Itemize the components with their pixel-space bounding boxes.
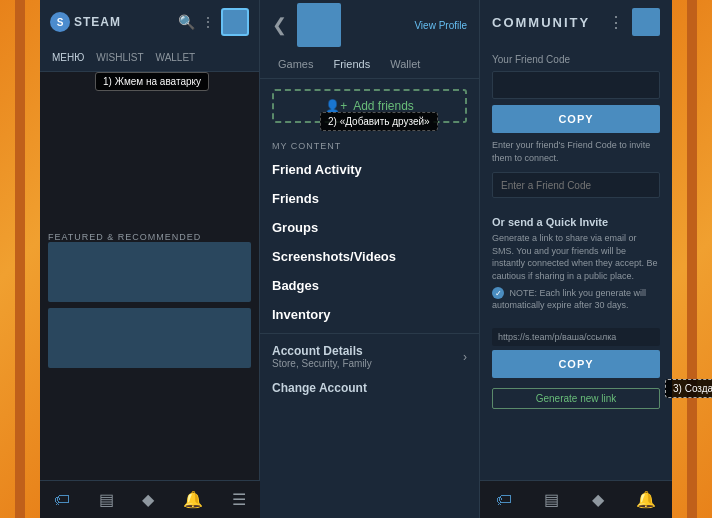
- nav-icon-library[interactable]: ▤: [99, 490, 114, 509]
- steam-logo-icon: S: [50, 12, 70, 32]
- content-item-badges[interactable]: Badges: [260, 271, 479, 300]
- annotation-generate-link: 3) Создаем новую ссылку: [665, 379, 712, 398]
- community-nav-library[interactable]: ▤: [544, 490, 559, 509]
- search-icon[interactable]: 🔍: [178, 14, 195, 30]
- friend-code-section: Your Friend Code COPY Enter your friend'…: [480, 44, 672, 208]
- account-details-label: Account Details: [272, 344, 372, 358]
- content-item-friend-activity[interactable]: Friend Activity: [260, 155, 479, 184]
- left-bottom-nav: 🏷 ▤ ◆ 🔔 ☰: [40, 480, 260, 518]
- nav-tab-menu[interactable]: МЕНЮ: [48, 50, 88, 65]
- gift-ribbon-right: [687, 0, 697, 518]
- checkmark-icon: ✓: [492, 287, 504, 299]
- gift-decoration-left: [0, 0, 40, 518]
- featured-label: FEATURED & RECOMMENDED: [40, 232, 259, 242]
- community-nav-shield[interactable]: ◆: [592, 490, 604, 509]
- friend-code-label: Your Friend Code: [492, 54, 660, 65]
- quick-invite-title: Or send a Quick Invite: [492, 216, 660, 228]
- link-url: https://s.team/p/ваша/ссылка: [492, 328, 660, 346]
- quick-invite-desc: Generate a link to share via email or SM…: [492, 232, 660, 282]
- community-title: COMMUNITY: [492, 15, 590, 30]
- featured-card-2: [48, 308, 251, 368]
- steam-header: S STEAM 🔍 ⋮: [40, 0, 259, 44]
- add-friends-icon: 👤+: [325, 99, 347, 113]
- nav-tab-wishlist[interactable]: WISHLIST: [92, 50, 147, 65]
- content-item-groups[interactable]: Groups: [260, 213, 479, 242]
- my-content-label: MY CONTENT: [260, 133, 479, 155]
- featured-card-1: [48, 242, 251, 302]
- back-button[interactable]: ❮: [272, 14, 287, 36]
- change-account-item[interactable]: Change Account: [260, 375, 479, 401]
- enter-friend-code-input[interactable]: [492, 172, 660, 198]
- tab-games[interactable]: Games: [272, 56, 319, 72]
- annotation-click-avatar: 1) Жмем на аватарку: [95, 72, 209, 91]
- nav-tab-wallet[interactable]: WALLET: [152, 50, 200, 65]
- user-avatar[interactable]: [221, 8, 249, 36]
- content-item-inventory[interactable]: Inventory: [260, 300, 479, 329]
- tab-friends[interactable]: Friends: [327, 56, 376, 72]
- left-panel: S STEAM 🔍 ⋮ МЕНЮ WISHLIST WALLET 1) Жмем…: [40, 0, 260, 518]
- nav-icon-menu[interactable]: ☰: [232, 490, 246, 509]
- steam-logo: S STEAM: [50, 12, 121, 32]
- right-panel: COMMUNITY ⋮ Your Friend Code COPY Enter …: [480, 0, 672, 518]
- community-nav-tag[interactable]: 🏷: [496, 491, 512, 509]
- steam-header-icons: 🔍 ⋮: [178, 8, 249, 36]
- gift-decoration-right: [672, 0, 712, 518]
- invite-description: Enter your friend's Friend Code to invit…: [492, 139, 660, 164]
- popup-header: ❮ View Profile: [260, 0, 479, 50]
- nav-icon-shield[interactable]: ◆: [142, 490, 154, 509]
- divider-1: [260, 333, 479, 334]
- community-nav-bell[interactable]: 🔔: [636, 490, 656, 509]
- nav-tabs: МЕНЮ WISHLIST WALLET: [40, 44, 259, 72]
- content-item-friends[interactable]: Friends: [260, 184, 479, 213]
- community-avatar[interactable]: [632, 8, 660, 36]
- annotation-add-friends: 2) «Добавить друзей»: [320, 112, 438, 131]
- popup-avatar[interactable]: [297, 3, 341, 47]
- friend-code-input[interactable]: [492, 71, 660, 99]
- generate-new-link-button[interactable]: Generate new link: [492, 388, 660, 409]
- featured-cards: [40, 242, 259, 368]
- nav-icon-tag[interactable]: 🏷: [54, 491, 70, 509]
- add-friends-label: Add friends: [353, 99, 414, 113]
- gift-ribbon-left: [15, 0, 25, 518]
- community-more-icon[interactable]: ⋮: [608, 13, 624, 32]
- nav-icon-bell[interactable]: 🔔: [183, 490, 203, 509]
- community-bottom-nav: 🏷 ▤ ◆ 🔔: [480, 480, 672, 518]
- main-container: steamgifts S STEAM 🔍 ⋮ МЕНЮ WISHLIST WAL…: [40, 0, 672, 518]
- copy-link-button[interactable]: COPY: [492, 350, 660, 378]
- middle-panel: ❮ View Profile 2) «Добавить друзей» Game…: [260, 0, 480, 518]
- content-item-screenshots[interactable]: Screenshots/Videos: [260, 242, 479, 271]
- note-text: ✓ NOTE: Each link you generate will auto…: [492, 287, 660, 312]
- link-section: https://s.team/p/ваша/ссылка COPY: [480, 324, 672, 382]
- steam-logo-text: STEAM: [74, 15, 121, 29]
- quick-invite-section: Or send a Quick Invite Generate a link t…: [480, 208, 672, 324]
- tab-wallet[interactable]: Wallet: [384, 56, 426, 72]
- community-header: COMMUNITY ⋮: [480, 0, 672, 44]
- arrow-right-icon: ›: [463, 350, 467, 364]
- account-details-item[interactable]: Account Details Store, Security, Family …: [260, 338, 479, 375]
- generate-link-container: Generate new link: [480, 382, 672, 415]
- view-profile-button[interactable]: View Profile: [414, 20, 467, 31]
- copy-friend-code-button[interactable]: COPY: [492, 105, 660, 133]
- more-icon[interactable]: ⋮: [201, 14, 215, 30]
- popup-tabs: Games Friends Wallet: [260, 50, 479, 79]
- account-details-sub: Store, Security, Family: [272, 358, 372, 369]
